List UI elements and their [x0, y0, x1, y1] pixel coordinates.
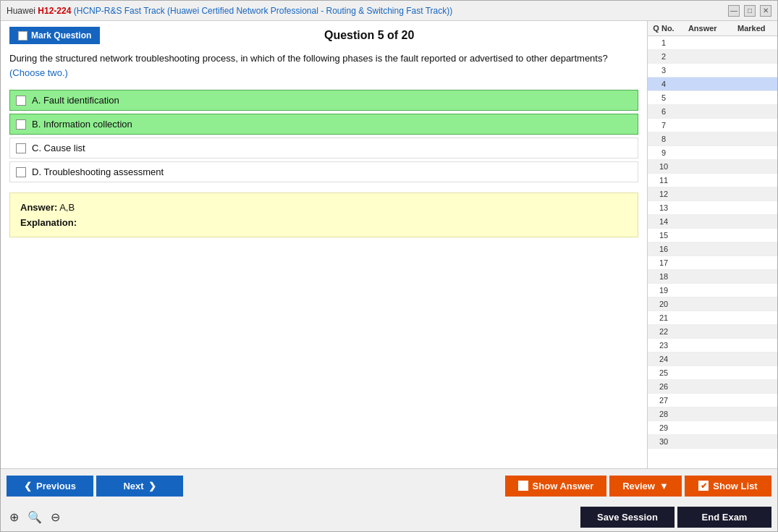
option-a-checkbox[interactable] — [16, 96, 26, 106]
question-list-item[interactable]: 5 — [648, 91, 777, 105]
q-number: 15 — [649, 230, 678, 240]
chevron-left-icon — [24, 481, 32, 491]
question-list[interactable]: 1234567891011121314151617181920212223242… — [648, 36, 777, 468]
zoom-reset-button[interactable]: 🔍 — [25, 509, 45, 525]
previous-button[interactable]: Previous — [7, 476, 93, 497]
q-number: 18 — [649, 271, 678, 282]
q-number: 16 — [649, 244, 678, 254]
question-list-item[interactable]: 30 — [648, 435, 777, 449]
option-a-row[interactable]: A. Fault identification — [9, 90, 638, 111]
q-number: 21 — [649, 313, 678, 323]
main-panel: Mark Question Question 5 of 20 During th… — [1, 21, 647, 468]
q-marked — [727, 120, 777, 130]
question-list-item[interactable]: 25 — [648, 366, 777, 380]
option-c-row[interactable]: C. Cause list — [9, 138, 638, 159]
save-session-label: Save Session — [597, 512, 658, 523]
question-text: During the structured network troublesho… — [9, 51, 638, 80]
q-answer — [678, 230, 727, 240]
question-list-item[interactable]: 6 — [648, 105, 777, 119]
show-answer-label: Show Answer — [533, 481, 594, 491]
q-answer — [678, 65, 727, 75]
zoom-out-button[interactable]: ⊖ — [48, 509, 63, 525]
question-list-item[interactable]: 2 — [648, 50, 777, 64]
close-button[interactable]: ✕ — [760, 5, 771, 17]
option-d-checkbox[interactable] — [16, 167, 26, 177]
q-answer — [678, 93, 727, 103]
question-list-item[interactable]: 29 — [648, 421, 777, 435]
option-b-checkbox[interactable] — [16, 119, 26, 130]
question-list-item[interactable]: 7 — [648, 119, 777, 132]
q-marked — [727, 189, 777, 199]
q-number: 22 — [649, 326, 678, 337]
mark-button-label: Mark Question — [31, 30, 91, 41]
q-answer — [678, 285, 727, 295]
show-list-button[interactable]: ✔ Show List — [685, 476, 771, 497]
question-list-item[interactable]: 15 — [648, 229, 777, 242]
q-number: 3 — [649, 65, 678, 75]
question-list-item[interactable]: 27 — [648, 394, 777, 408]
main-window: Huawei H12-224 (HCNP-R&S Fast Track (Hua… — [0, 0, 778, 532]
q-number: 11 — [649, 175, 678, 185]
q-number: 6 — [649, 106, 678, 117]
question-list-item[interactable]: 18 — [648, 270, 777, 284]
question-list-item[interactable]: 11 — [648, 174, 777, 187]
q-marked — [727, 65, 777, 75]
zoom-in-button[interactable]: ⊕ — [7, 509, 22, 525]
answer-line: Answer: A,B — [20, 202, 627, 213]
q-answer — [678, 423, 727, 433]
show-answer-button[interactable]: Show Answer — [505, 476, 606, 497]
q-marked — [727, 79, 777, 89]
q-answer — [678, 175, 727, 185]
checkmark-icon: ✔ — [701, 481, 707, 491]
question-list-item[interactable]: 28 — [648, 408, 777, 421]
option-c-label: C. Cause list — [32, 143, 85, 153]
question-list-item[interactable]: 17 — [648, 256, 777, 270]
review-button[interactable]: Review ▼ — [609, 476, 682, 497]
q-marked — [727, 340, 777, 350]
window-title: Huawei H12-224 (HCNP-R&S Fast Track (Hua… — [7, 6, 452, 16]
answer-panel: Answer: A,B Explanation: — [9, 193, 638, 237]
question-list-item[interactable]: 16 — [648, 242, 777, 256]
question-list-item[interactable]: 24 — [648, 352, 777, 366]
q-answer — [678, 354, 727, 364]
choose-note: (Choose two.) — [9, 67, 68, 78]
end-exam-button[interactable]: End Exam — [677, 507, 771, 528]
q-marked — [727, 436, 777, 447]
question-list-item[interactable]: 3 — [648, 64, 777, 77]
option-b-row[interactable]: B. Information collection — [9, 114, 638, 135]
option-c-checkbox[interactable] — [16, 143, 26, 153]
question-list-item[interactable]: 14 — [648, 215, 777, 229]
minimize-button[interactable]: — — [728, 5, 740, 17]
q-answer — [678, 395, 727, 405]
question-list-item[interactable]: 22 — [648, 325, 777, 339]
restore-button[interactable]: □ — [744, 5, 756, 17]
question-list-item[interactable]: 23 — [648, 339, 777, 352]
q-answer — [678, 381, 727, 392]
question-list-item[interactable]: 26 — [648, 380, 777, 394]
question-list-item[interactable]: 21 — [648, 311, 777, 325]
q-answer — [678, 120, 727, 130]
question-list-item[interactable]: 19 — [648, 284, 777, 297]
mark-question-button[interactable]: Mark Question — [9, 27, 100, 44]
q-marked — [727, 93, 777, 103]
action-row: ⊕ 🔍 ⊖ Save Session End Exam — [1, 502, 777, 531]
question-list-item[interactable]: 12 — [648, 187, 777, 201]
q-marked — [727, 38, 777, 48]
q-answer — [678, 326, 727, 337]
q-marked — [727, 271, 777, 282]
option-b-label: B. Information collection — [32, 119, 132, 130]
option-d-row[interactable]: D. Troubleshooting assessment — [9, 161, 638, 182]
question-list-item[interactable]: 13 — [648, 201, 777, 215]
question-list-item[interactable]: 20 — [648, 297, 777, 311]
question-list-item[interactable]: 9 — [648, 146, 777, 160]
question-list-item[interactable]: 4 — [648, 77, 777, 91]
q-number: 9 — [649, 148, 678, 158]
q-answer — [678, 106, 727, 117]
q-number: 2 — [649, 51, 678, 62]
answer-label: Answer: — [20, 202, 57, 213]
question-list-item[interactable]: 8 — [648, 132, 777, 146]
save-session-button[interactable]: Save Session — [580, 507, 675, 528]
next-button[interactable]: Next — [96, 476, 183, 497]
question-list-item[interactable]: 10 — [648, 160, 777, 174]
question-list-item[interactable]: 1 — [648, 36, 777, 50]
